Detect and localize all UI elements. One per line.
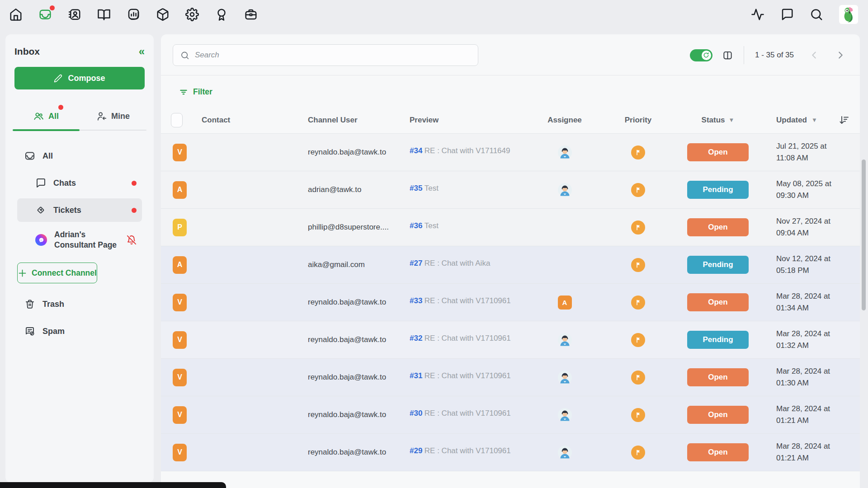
filter-button[interactable]: Filter — [179, 87, 212, 97]
status-badge[interactable]: Open — [687, 218, 749, 236]
column-header-preview[interactable]: Preview — [410, 116, 526, 125]
select-all-checkbox[interactable] — [171, 113, 183, 127]
assignee-avatar[interactable] — [558, 408, 572, 422]
priority-flag-icon[interactable] — [631, 408, 645, 422]
assignee-avatar[interactable] — [558, 145, 572, 160]
status-badge[interactable]: Pending — [687, 181, 749, 199]
auto-refresh-toggle[interactable] — [690, 49, 712, 61]
assignee-avatar[interactable] — [558, 446, 572, 460]
table-row[interactable]: V reynaldo.baja@tawk.to #32 RE : Chat wi… — [161, 321, 860, 359]
next-page-icon[interactable] — [835, 50, 845, 60]
status-badge[interactable]: Pending — [687, 331, 749, 349]
table-row[interactable]: V reynaldo.baja@tawk.to #33 RE : Chat wi… — [161, 284, 860, 321]
ticket-number-link[interactable]: #32 — [410, 334, 422, 343]
assignee-cell: A — [558, 296, 572, 310]
sidebar-item-tickets[interactable]: Tickets — [17, 198, 142, 222]
ticket-number-link[interactable]: #36 — [410, 221, 422, 230]
column-header-contact[interactable]: Contact — [202, 116, 308, 125]
contact-avatar[interactable]: V — [173, 444, 187, 461]
settings-gear-icon[interactable] — [185, 8, 199, 21]
priority-flag-icon[interactable] — [631, 296, 645, 310]
column-header-assignee[interactable]: Assignee — [547, 116, 582, 125]
table-row[interactable]: V reynaldo.baja@tawk.to #30 RE : Chat wi… — [161, 396, 860, 434]
collapse-sidebar-icon[interactable]: « — [139, 46, 145, 57]
toolbar-divider — [744, 46, 744, 64]
ticket-number-link[interactable]: #33 — [410, 296, 422, 305]
table-row[interactable]: A aika@gmail.com #27 RE : Chat with Aika… — [161, 246, 860, 284]
assignee-avatar[interactable] — [558, 333, 572, 347]
contact-avatar[interactable]: V — [173, 406, 187, 424]
sidebar-item-trash[interactable]: Trash — [13, 292, 146, 316]
table-row[interactable]: A adrian@tawk.to #35 Test Pending May 08… — [161, 171, 860, 209]
contact-avatar[interactable]: V — [173, 294, 187, 311]
apps-icon[interactable] — [156, 8, 170, 21]
tab-all[interactable]: All — [13, 111, 80, 130]
status-badge[interactable]: Open — [687, 293, 749, 311]
ticket-number-link[interactable]: #30 — [410, 409, 422, 418]
table-row[interactable]: V reynaldo.baja@tawk.to #34 RE : Chat wi… — [161, 134, 860, 171]
contact-avatar[interactable]: V — [173, 144, 187, 161]
ticket-number-link[interactable]: #29 — [410, 446, 422, 455]
column-header-updated[interactable]: Updated▼ — [763, 116, 839, 125]
ticket-number-link[interactable]: #31 — [410, 371, 422, 380]
table-row[interactable]: V reynaldo.baja@tawk.to #31 RE : Chat wi… — [161, 359, 860, 396]
contacts-icon[interactable] — [68, 8, 81, 21]
priority-flag-icon[interactable] — [631, 258, 645, 272]
status-sort-caret-icon[interactable]: ▼ — [729, 117, 735, 123]
inbox-icon[interactable] — [38, 8, 52, 21]
tab-mine[interactable]: Mine — [80, 111, 146, 130]
status-badge[interactable]: Open — [687, 406, 749, 424]
status-badge[interactable]: Open — [687, 443, 749, 461]
sidebar-item-adrians-consultant-page[interactable]: Adrian's Consultant Page — [17, 224, 142, 256]
status-badge[interactable]: Pending — [687, 256, 749, 274]
reporting-icon[interactable] — [127, 8, 140, 21]
activity-icon[interactable] — [751, 8, 764, 21]
previous-page-icon[interactable] — [809, 50, 819, 60]
column-header-channel-user[interactable]: Channel User — [308, 116, 410, 125]
column-header-priority[interactable]: Priority — [625, 116, 652, 125]
assignee-avatar-initial[interactable]: A — [558, 296, 572, 310]
contact-avatar[interactable]: A — [173, 256, 187, 274]
sidebar-item-spam[interactable]: Spam — [13, 319, 146, 343]
table-row[interactable]: P phillip@d8superstore.... #36 Test Open… — [161, 209, 860, 246]
compose-button[interactable]: Compose — [14, 67, 145, 89]
ticket-number-link[interactable]: #27 — [410, 259, 422, 268]
search-box[interactable] — [173, 44, 478, 66]
preview-text: RE : Chat with V1710961 — [425, 409, 511, 418]
search-input[interactable] — [195, 51, 471, 60]
messages-icon[interactable] — [780, 8, 794, 21]
updated-sort-caret-icon[interactable]: ▼ — [811, 117, 817, 123]
priority-flag-icon[interactable] — [631, 333, 645, 347]
business-briefcase-icon[interactable] — [244, 8, 258, 21]
priority-flag-icon[interactable] — [631, 446, 645, 460]
home-icon[interactable] — [9, 8, 23, 21]
search-icon[interactable] — [810, 8, 823, 21]
contact-avatar[interactable]: A — [173, 181, 187, 199]
status-badge[interactable]: Open — [687, 143, 749, 161]
contact-avatar[interactable]: V — [173, 369, 187, 386]
assignee-avatar[interactable] — [558, 371, 572, 385]
priority-flag-icon[interactable] — [631, 221, 645, 235]
priority-flag-icon[interactable] — [631, 145, 645, 160]
achievements-ribbon-icon[interactable] — [215, 8, 228, 21]
contact-avatar[interactable]: V — [173, 331, 187, 349]
inbox-sidebar: Inbox « Compose All — [5, 34, 154, 483]
ticket-number-link[interactable]: #35 — [410, 184, 422, 193]
contact-avatar[interactable]: P — [173, 219, 187, 236]
knowledge-base-icon[interactable] — [97, 8, 111, 21]
sidebar-item-chats[interactable]: Chats — [17, 171, 142, 195]
sidebar-item-all[interactable]: All — [13, 144, 146, 168]
vertical-scrollbar-thumb[interactable] — [862, 160, 866, 310]
profile-avatar[interactable] — [839, 5, 858, 24]
priority-flag-icon[interactable] — [631, 183, 645, 197]
column-header-status[interactable]: Status▼ — [702, 116, 735, 125]
assignee-avatar[interactable] — [558, 183, 572, 197]
priority-flag-icon[interactable] — [631, 371, 645, 385]
split-view-icon[interactable] — [722, 50, 733, 61]
sort-descending-icon[interactable] — [839, 115, 849, 126]
table-row[interactable]: V reynaldo.baja@tawk.to #29 RE : Chat wi… — [161, 434, 860, 471]
connect-channel-button[interactable]: Connect Channel — [17, 263, 97, 283]
status-badge[interactable]: Open — [687, 368, 749, 386]
spam-icon — [24, 326, 35, 337]
ticket-number-link[interactable]: #34 — [410, 146, 422, 155]
